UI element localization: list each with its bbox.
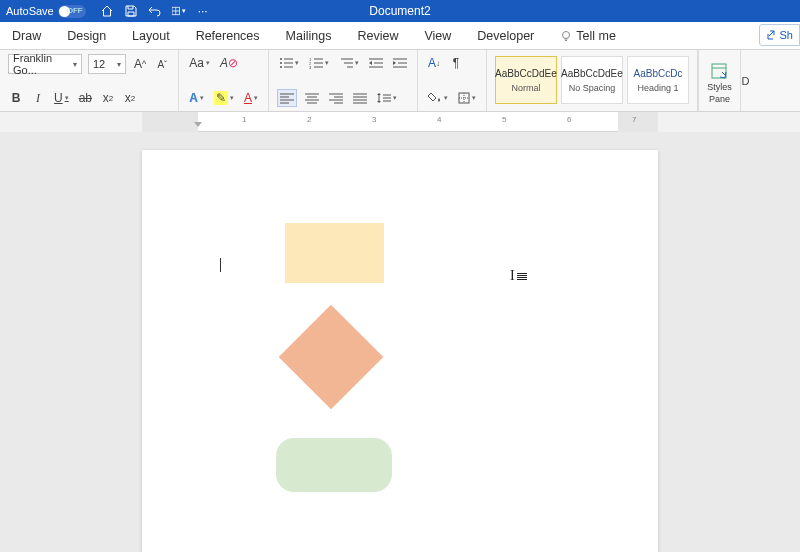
- ibeam-cursor-icon: I: [510, 268, 527, 284]
- sort-button[interactable]: A↓: [426, 54, 442, 72]
- share-label: Sh: [780, 29, 793, 41]
- rounded-rectangle-shape[interactable]: [276, 438, 392, 492]
- font-size-select[interactable]: 12 ▾: [88, 54, 126, 74]
- svg-rect-50: [712, 64, 726, 78]
- underline-button[interactable]: U: [52, 89, 71, 107]
- undo-icon[interactable]: [148, 4, 162, 18]
- multilevel-list-button[interactable]: [337, 54, 361, 72]
- font-name-value: Franklin Go...: [13, 52, 73, 76]
- document-title: Document2: [369, 4, 430, 18]
- text-cursor: [220, 258, 221, 272]
- svg-text:3: 3: [309, 65, 312, 69]
- document-page[interactable]: I: [142, 150, 658, 552]
- autosave-switch[interactable]: OFF: [58, 5, 86, 18]
- pane-label-top: Styles: [707, 82, 732, 92]
- rectangle-shape[interactable]: [285, 223, 384, 283]
- share-button[interactable]: Sh: [759, 24, 800, 46]
- style-no-spacing[interactable]: AaBbCcDdEe No Spacing: [561, 56, 623, 104]
- style-preview: AaBbCcDc: [633, 68, 682, 79]
- subscript-button[interactable]: x2: [100, 89, 116, 107]
- diamond-shape[interactable]: [279, 305, 384, 410]
- ribbon-truncated: D: [740, 50, 750, 111]
- style-heading-1[interactable]: AaBbCcDc Heading 1: [627, 56, 689, 104]
- shading-button[interactable]: [426, 89, 450, 107]
- tab-developer[interactable]: Developer: [475, 29, 536, 43]
- style-name-label: Normal: [511, 83, 540, 93]
- font-color-button[interactable]: A: [242, 89, 260, 107]
- font-effects-group: Aa A⊘ A ✎ A: [179, 50, 269, 111]
- quick-access-toolbar: ▾ ···: [100, 4, 210, 18]
- titlebar-left: AutoSave OFF ▾ ···: [0, 4, 210, 18]
- ruler-number: 2: [307, 115, 311, 124]
- text-effects-button[interactable]: A: [187, 89, 206, 107]
- svg-point-3: [563, 31, 570, 38]
- bold-button[interactable]: B: [8, 89, 24, 107]
- ribbon: Franklin Go... ▾ 12 ▾ A^ Aˇ B I U ab x2 …: [0, 50, 800, 112]
- change-case-button[interactable]: Aa: [187, 54, 212, 72]
- style-name-label: No Spacing: [569, 83, 616, 93]
- ruler-number: 4: [437, 115, 441, 124]
- share-icon: [766, 30, 777, 41]
- ruler-number: 7: [632, 115, 636, 124]
- style-normal[interactable]: AaBbCcDdEe Normal: [495, 56, 557, 104]
- grow-font-button[interactable]: A^: [132, 55, 148, 73]
- align-right-button[interactable]: [327, 89, 345, 107]
- ruler-strip: 1 2 3 4 5 6 7: [0, 112, 800, 132]
- borders-button[interactable]: [456, 89, 478, 107]
- tab-design[interactable]: Design: [65, 29, 108, 43]
- ribbon-tabs: Draw Design Layout References Mailings R…: [0, 22, 800, 50]
- tab-mailings[interactable]: Mailings: [284, 29, 334, 43]
- svg-point-7: [280, 62, 282, 64]
- style-name-label: Heading 1: [637, 83, 678, 93]
- numbering-button[interactable]: 123: [307, 54, 331, 72]
- styles-pane-icon: [710, 62, 728, 80]
- ruler-number: 5: [502, 115, 506, 124]
- justify-button[interactable]: [351, 89, 369, 107]
- decrease-indent-button[interactable]: [367, 54, 385, 72]
- svg-point-8: [280, 66, 282, 68]
- tab-draw[interactable]: Draw: [10, 29, 43, 43]
- ruler-number: 6: [567, 115, 571, 124]
- paragraph-group: 123: [269, 50, 418, 111]
- strikethrough-button[interactable]: ab: [77, 89, 94, 107]
- font-size-value: 12: [93, 58, 105, 70]
- styles-group: AaBbCcDdEe Normal AaBbCcDdEe No Spacing …: [487, 50, 698, 111]
- tab-layout[interactable]: Layout: [130, 29, 172, 43]
- title-bar: AutoSave OFF ▾ ··· Document2: [0, 0, 800, 22]
- align-left-button[interactable]: [277, 89, 297, 107]
- tab-review[interactable]: Review: [355, 29, 400, 43]
- italic-button[interactable]: I: [30, 89, 46, 107]
- autosave-state: OFF: [67, 6, 83, 15]
- pane-label-bottom: Pane: [709, 94, 730, 104]
- shrink-font-button[interactable]: Aˇ: [154, 55, 170, 73]
- increase-indent-button[interactable]: [391, 54, 409, 72]
- grid-icon[interactable]: ▾: [172, 4, 186, 18]
- tell-me-search[interactable]: Tell me: [558, 29, 618, 43]
- styles-pane-button[interactable]: Styles Pane: [698, 50, 740, 111]
- font-group: Franklin Go... ▾ 12 ▾ A^ Aˇ B I U ab x2 …: [0, 50, 179, 111]
- clear-formatting-button[interactable]: A⊘: [218, 54, 240, 72]
- align-center-button[interactable]: [303, 89, 321, 107]
- paragraph-extras-group: A↓ ¶: [418, 50, 487, 111]
- document-canvas: I: [0, 132, 800, 552]
- highlight-button[interactable]: ✎: [212, 89, 236, 107]
- autosave-toggle[interactable]: AutoSave OFF: [6, 5, 86, 18]
- line-spacing-button[interactable]: [375, 89, 399, 107]
- tab-view[interactable]: View: [422, 29, 453, 43]
- ruler-number: 1: [242, 115, 246, 124]
- style-preview: AaBbCcDdEe: [495, 68, 557, 79]
- save-icon[interactable]: [124, 4, 138, 18]
- horizontal-ruler[interactable]: 1 2 3 4 5 6 7: [142, 112, 658, 132]
- font-name-select[interactable]: Franklin Go... ▾: [8, 54, 82, 74]
- superscript-button[interactable]: x2: [122, 89, 138, 107]
- bullets-button[interactable]: [277, 54, 301, 72]
- chevron-down-icon: ▾: [73, 60, 77, 69]
- show-hide-button[interactable]: ¶: [448, 54, 464, 72]
- more-icon[interactable]: ···: [196, 4, 210, 18]
- tab-references[interactable]: References: [194, 29, 262, 43]
- lightbulb-icon: [560, 30, 572, 42]
- style-preview: AaBbCcDdEe: [561, 68, 623, 79]
- home-icon[interactable]: [100, 4, 114, 18]
- tell-me-label: Tell me: [576, 29, 616, 43]
- svg-point-6: [280, 58, 282, 60]
